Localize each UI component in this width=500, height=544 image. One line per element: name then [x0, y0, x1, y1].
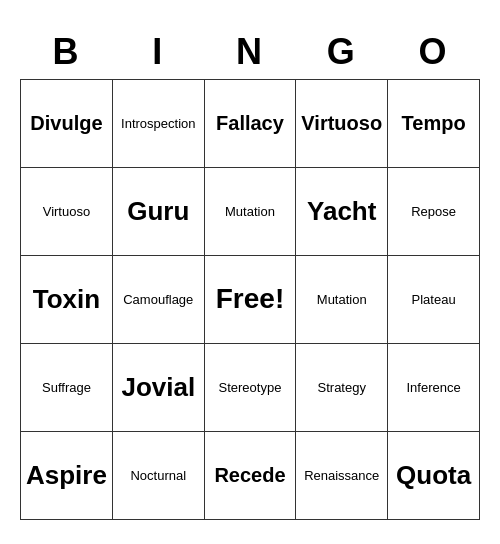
cell-text: Plateau	[412, 292, 456, 307]
bingo-cell: Stereotype	[204, 343, 296, 431]
bingo-cell: Repose	[388, 167, 480, 255]
bingo-cell: Guru	[112, 167, 204, 255]
bingo-cell: Toxin	[21, 255, 113, 343]
bingo-cell: Yacht	[296, 167, 388, 255]
bingo-cell: Suffrage	[21, 343, 113, 431]
bingo-cell: Mutation	[204, 167, 296, 255]
bingo-cell: Virtuoso	[21, 167, 113, 255]
cell-text: Recede	[214, 464, 285, 486]
cell-text: Divulge	[30, 112, 102, 134]
cell-text: Stereotype	[219, 380, 282, 395]
bingo-header-letter: N	[204, 25, 296, 80]
cell-text: Aspire	[26, 460, 107, 490]
cell-text: Quota	[396, 460, 471, 490]
cell-text: Virtuoso	[43, 204, 90, 219]
bingo-cell: Aspire	[21, 431, 113, 519]
cell-text: Strategy	[318, 380, 366, 395]
bingo-cell: Jovial	[112, 343, 204, 431]
bingo-cell: Renaissance	[296, 431, 388, 519]
cell-text: Fallacy	[216, 112, 284, 134]
bingo-cell: Plateau	[388, 255, 480, 343]
cell-text: Renaissance	[304, 468, 379, 483]
table-row: AspireNocturnalRecedeRenaissanceQuota	[21, 431, 480, 519]
cell-text: Suffrage	[42, 380, 91, 395]
bingo-cell: Camouflage	[112, 255, 204, 343]
bingo-card: BINGO DivulgeIntrospectionFallacyVirtuos…	[20, 25, 480, 520]
bingo-header-row: BINGO	[21, 25, 480, 80]
cell-text: Free!	[216, 283, 284, 314]
table-row: SuffrageJovialStereotypeStrategyInferenc…	[21, 343, 480, 431]
bingo-cell: Quota	[388, 431, 480, 519]
bingo-cell: Recede	[204, 431, 296, 519]
cell-text: Inference	[407, 380, 461, 395]
table-row: VirtuosoGuruMutationYachtRepose	[21, 167, 480, 255]
bingo-cell: Introspection	[112, 79, 204, 167]
cell-text: Nocturnal	[130, 468, 186, 483]
bingo-cell: Strategy	[296, 343, 388, 431]
bingo-cell: Mutation	[296, 255, 388, 343]
bingo-cell: Nocturnal	[112, 431, 204, 519]
bingo-header-letter: O	[388, 25, 480, 80]
bingo-header-letter: I	[112, 25, 204, 80]
table-row: ToxinCamouflageFree!MutationPlateau	[21, 255, 480, 343]
cell-text: Toxin	[33, 284, 100, 314]
bingo-cell: Divulge	[21, 79, 113, 167]
cell-text: Mutation	[225, 204, 275, 219]
bingo-cell: Free!	[204, 255, 296, 343]
bingo-cell: Virtuoso	[296, 79, 388, 167]
cell-text: Camouflage	[123, 292, 193, 307]
bingo-cell: Tempo	[388, 79, 480, 167]
bingo-cell: Fallacy	[204, 79, 296, 167]
cell-text: Virtuoso	[301, 112, 382, 134]
cell-text: Mutation	[317, 292, 367, 307]
table-row: DivulgeIntrospectionFallacyVirtuosoTempo	[21, 79, 480, 167]
cell-text: Yacht	[307, 196, 376, 226]
cell-text: Jovial	[121, 372, 195, 402]
cell-text: Guru	[127, 196, 189, 226]
bingo-cell: Inference	[388, 343, 480, 431]
bingo-header-letter: G	[296, 25, 388, 80]
cell-text: Repose	[411, 204, 456, 219]
bingo-header-letter: B	[21, 25, 113, 80]
cell-text: Introspection	[121, 116, 195, 131]
cell-text: Tempo	[402, 112, 466, 134]
